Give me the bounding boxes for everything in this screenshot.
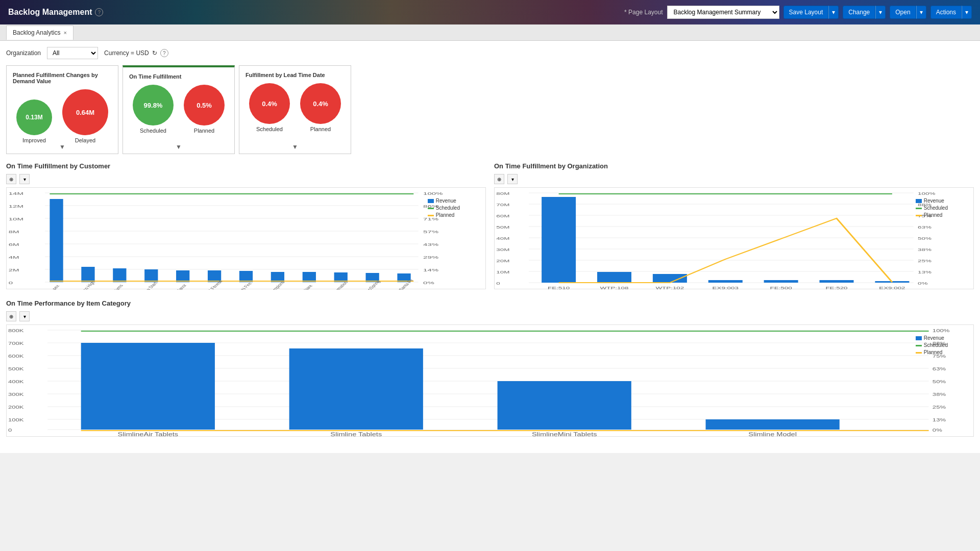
svg-text:40M: 40M: [496, 236, 509, 241]
svg-text:200K: 200K: [8, 405, 24, 410]
kpi-scheduled-circle-1: 99.8%: [133, 85, 174, 126]
svg-text:0: 0: [9, 281, 13, 285]
svg-text:14M: 14M: [9, 191, 23, 196]
svg-rect-76: [597, 272, 631, 283]
svg-text:500K: 500K: [8, 366, 24, 371]
kpi-scheduled-label-1: Scheduled: [140, 128, 166, 134]
svg-rect-25: [81, 267, 94, 282]
chart-category-dropdown-btn[interactable]: ▾: [19, 311, 30, 321]
svg-text:0: 0: [496, 281, 500, 286]
svg-text:43%: 43%: [423, 242, 438, 247]
actions-button[interactable]: Actions: [930, 6, 962, 19]
svg-rect-28: [176, 270, 189, 282]
legend-revenue-label-1: Revenue: [436, 198, 456, 204]
save-layout-dropdown[interactable]: ▾: [828, 6, 839, 19]
tab-close-icon[interactable]: ×: [63, 30, 66, 36]
chart-by-category-controls: ⊕ ▾: [6, 311, 974, 321]
top-bar: Backlog Management ? * Page Layout Backl…: [0, 0, 980, 24]
kpi-card-1-expand[interactable]: ▼: [59, 143, 65, 151]
svg-rect-80: [820, 280, 854, 283]
svg-text:Stare: Stare: [301, 284, 313, 290]
svg-text:FE:500: FE:500: [770, 286, 792, 290]
legend-planned-2: Planned: [916, 212, 948, 218]
kpi-card-3-expand[interactable]: ▼: [292, 143, 298, 151]
legend-scheduled-label-3: Scheduled: [924, 342, 948, 348]
chart-org-add-btn[interactable]: ⊕: [494, 174, 504, 184]
chart-by-customer-svg: 14M 12M 10M 8M 6M 4M 2M 0 100% 86% 71% 5…: [7, 188, 485, 290]
svg-text:10M: 10M: [496, 270, 509, 274]
svg-text:WTP:102: WTP:102: [655, 286, 684, 290]
svg-text:SlimlineAir Tablets: SlimlineAir Tablets: [117, 432, 178, 437]
svg-text:30M: 30M: [496, 247, 509, 252]
legend-planned-label-1: Planned: [436, 212, 455, 218]
kpi-row: Planned Fulfillment Changes by Demand Va…: [6, 65, 974, 154]
app-help-icon[interactable]: ?: [95, 8, 103, 16]
kpi-scheduled-wrap-2: 0.4% Scheduled: [249, 83, 290, 132]
save-layout-button[interactable]: Save Layout: [783, 6, 829, 19]
page-layout-select[interactable]: Backlog Management Summary: [667, 6, 779, 19]
change-group: Change ▾: [843, 6, 886, 19]
app-title: Backlog Management ?: [8, 8, 103, 17]
svg-text:50%: 50%: [918, 236, 932, 241]
kpi-scheduled-circle-2: 0.4%: [249, 83, 290, 124]
kpi-scheduled-value-2: 0.4%: [262, 100, 277, 108]
svg-text:70M: 70M: [496, 203, 509, 207]
tab-backlog-analytics[interactable]: Backlog Analytics ×: [6, 26, 74, 40]
svg-text:0%: 0%: [918, 281, 928, 286]
svg-text:63%: 63%: [933, 366, 946, 371]
open-dropdown[interactable]: ▾: [916, 6, 926, 19]
legend-planned-3: Planned: [916, 349, 948, 355]
chart-by-category-area: 800K 700K 600K 500K 400K 300K 200K 100K …: [6, 324, 974, 437]
svg-text:400K: 400K: [8, 379, 24, 384]
org-select[interactable]: All: [47, 47, 98, 59]
chart-customer-dropdown-btn[interactable]: ▾: [19, 174, 30, 184]
svg-text:60M: 60M: [496, 214, 509, 218]
svg-text:Slimline Tablets: Slimline Tablets: [330, 432, 382, 437]
chart-by-category-section: On Time Performance by Item Category ⊕ ▾…: [6, 299, 974, 437]
refresh-icon[interactable]: ↻: [152, 49, 157, 57]
svg-text:20M: 20M: [496, 259, 509, 263]
chart-org-dropdown-btn[interactable]: ▾: [507, 174, 518, 184]
tab-label: Backlog Analytics: [13, 29, 60, 36]
change-dropdown[interactable]: ▾: [875, 6, 886, 19]
kpi-card-on-time-fulfillment: On Time Fulfillment 99.8% Scheduled 0.5%…: [122, 65, 235, 154]
kpi-delayed-wrap: 0.64M Delayed: [62, 89, 108, 143]
svg-text:New Start: New Start: [140, 282, 159, 290]
kpi-improved-wrap: 0.13M Improved: [16, 99, 52, 143]
open-button[interactable]: Open: [890, 6, 916, 19]
actions-group: Actions ▾: [930, 6, 972, 19]
legend-planned-label-2: Planned: [924, 212, 943, 218]
svg-text:Manor: Manor: [175, 284, 188, 290]
legend-scheduled-2: Scheduled: [916, 205, 948, 211]
chart-by-category-title: On Time Performance by Item Category: [6, 299, 974, 307]
svg-text:800K: 800K: [8, 328, 24, 333]
svg-text:100K: 100K: [8, 417, 24, 422]
kpi-improved-label: Improved: [22, 137, 46, 143]
svg-rect-26: [113, 268, 126, 282]
svg-text:EX9:003: EX9:003: [713, 286, 739, 290]
kpi-improved-value: 0.13M: [26, 114, 42, 121]
kpi-card-1-circles: 0.13M Improved 0.64M Delayed: [13, 89, 112, 147]
svg-rect-78: [708, 280, 743, 283]
svg-text:EX9:002: EX9:002: [879, 286, 905, 290]
svg-text:25%: 25%: [918, 259, 932, 263]
svg-rect-116: [81, 343, 215, 430]
chart-by-customer-area: 14M 12M 10M 8M 6M 4M 2M 0 100% 86% 71% 5…: [6, 187, 486, 289]
kpi-card-2-title: On Time Fulfillment: [129, 73, 228, 80]
kpi-delayed-circle: 0.64M: [62, 89, 108, 135]
svg-text:Fit N Fire: Fit N Fire: [236, 282, 253, 290]
svg-text:0: 0: [8, 428, 12, 433]
svg-text:10M: 10M: [9, 217, 23, 221]
chart-category-add-btn[interactable]: ⊕: [6, 311, 16, 321]
svg-text:0%: 0%: [933, 428, 942, 433]
kpi-card-2-expand[interactable]: ▼: [176, 143, 182, 151]
change-button[interactable]: Change: [843, 6, 875, 19]
chart-by-org-title: On Time Fulfillment by Organization: [494, 162, 974, 170]
svg-text:0%: 0%: [423, 281, 434, 285]
chart-customer-add-btn[interactable]: ⊕: [6, 174, 16, 184]
svg-text:WTP:108: WTP:108: [600, 286, 629, 290]
actions-dropdown[interactable]: ▾: [962, 6, 972, 19]
kpi-planned-label-1: Planned: [194, 128, 214, 134]
filters-help-icon[interactable]: ?: [160, 49, 168, 57]
svg-text:25%: 25%: [933, 405, 946, 410]
